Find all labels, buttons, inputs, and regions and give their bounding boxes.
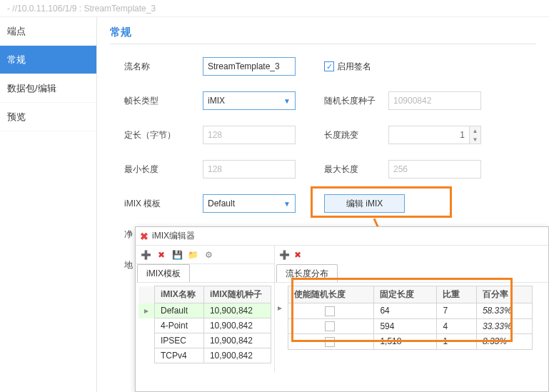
highlight-length-table bbox=[291, 278, 513, 342]
gear-icon[interactable]: ⚙ bbox=[203, 249, 214, 261]
popup-title: iMIX编辑器 bbox=[152, 230, 195, 242]
table-header-row: iMIX名称 iMIX随机种子 bbox=[138, 286, 271, 303]
imix-tpl-label: iMIX 模板 bbox=[124, 198, 203, 210]
spinner-down-icon[interactable]: ▼ bbox=[470, 135, 480, 144]
frame-type-label: 帧长类型 bbox=[124, 95, 203, 107]
stream-name-input[interactable] bbox=[203, 57, 296, 76]
min-len-label: 最小长度 bbox=[124, 164, 203, 176]
left-toolbar: ➕ ✖ 💾 📁 ⚙ bbox=[136, 246, 274, 264]
stream-name-label: 流名称 bbox=[124, 61, 203, 73]
row-indicator-icon: ▸ bbox=[138, 303, 155, 318]
min-len-input[interactable] bbox=[203, 160, 296, 179]
sidebar-item-general[interactable]: 常规 bbox=[0, 46, 96, 74]
table-row[interactable]: IPSEC 10,900,842 bbox=[138, 333, 271, 348]
right-toolbar: ➕ ✖ bbox=[275, 246, 548, 264]
spinner-up-icon[interactable]: ▲ bbox=[470, 126, 480, 135]
random-seed-label: 随机长度种子 bbox=[324, 95, 388, 107]
enable-sign-checkbox[interactable]: ✓ 启用签名 bbox=[324, 61, 371, 73]
delete-icon[interactable]: ✖ bbox=[156, 249, 167, 261]
random-seed-input[interactable] bbox=[388, 91, 481, 110]
left-tabs: iMIX模板 bbox=[136, 264, 274, 283]
sidebar-item-packet-edit[interactable]: 数据包/编辑 bbox=[0, 74, 96, 103]
section-title: 常规 bbox=[110, 26, 536, 44]
frame-type-select[interactable]: iMIX ▼ bbox=[203, 91, 296, 110]
max-len-input[interactable] bbox=[388, 160, 481, 179]
table-row[interactable]: 4-Point 10,900,842 bbox=[138, 318, 271, 333]
len-jump-spinner[interactable]: 1 ▲ ▼ bbox=[388, 126, 481, 144]
table-row[interactable]: TCPv4 10,900,842 bbox=[138, 348, 271, 363]
frame-type-value: iMIX bbox=[208, 96, 225, 106]
col-imix-seed: iMIX随机种子 bbox=[203, 286, 271, 303]
add-icon[interactable]: ➕ bbox=[279, 250, 290, 260]
fixed-len-input[interactable] bbox=[203, 126, 296, 144]
folder-icon[interactable]: 📁 bbox=[187, 249, 198, 261]
popup-left-panel: ➕ ✖ 💾 📁 ⚙ iMIX模板 iMIX名称 iMIX随机种子 ▸ Defau… bbox=[136, 246, 275, 373]
imix-template-table: iMIX名称 iMIX随机种子 ▸ Default 10,900,842 4-P… bbox=[138, 286, 271, 363]
col-imix-name: iMIX名称 bbox=[155, 286, 204, 303]
delete-icon[interactable]: ✖ bbox=[294, 250, 301, 260]
sidebar-item-preview[interactable]: 预览 bbox=[0, 103, 96, 131]
enable-sign-label: 启用签名 bbox=[337, 61, 371, 73]
row-indicator-icon: ▸ bbox=[275, 283, 285, 353]
imix-tpl-value: Default bbox=[208, 198, 235, 208]
row-frame-type: 帧长类型 iMIX ▼ 随机长度种子 bbox=[110, 91, 536, 110]
add-icon[interactable]: ➕ bbox=[140, 249, 151, 261]
popup-title-bar[interactable]: ✖ iMIX编辑器 bbox=[136, 227, 548, 246]
chevron-down-icon: ▼ bbox=[283, 97, 291, 105]
table-row[interactable]: ▸ Default 10,900,842 bbox=[138, 303, 271, 318]
max-len-label: 最大长度 bbox=[324, 164, 388, 176]
len-jump-value: 1 bbox=[389, 126, 469, 144]
highlight-edit-button bbox=[311, 186, 452, 218]
sidebar-item-endpoint[interactable]: 端点 bbox=[0, 17, 96, 46]
row-fixed-len: 定长（字节） 长度跳变 1 ▲ ▼ bbox=[110, 126, 536, 144]
window-title: - //10.0.11.106/1/9 : StreamTemplate_3 bbox=[0, 0, 549, 17]
save-icon[interactable]: 💾 bbox=[171, 249, 183, 261]
tab-imix-template[interactable]: iMIX模板 bbox=[137, 264, 190, 282]
app-x-icon: ✖ bbox=[140, 231, 148, 242]
check-icon: ✓ bbox=[324, 61, 334, 71]
imix-tpl-select[interactable]: Default ▼ bbox=[203, 194, 296, 213]
fixed-len-label: 定长（字节） bbox=[124, 129, 203, 141]
sidebar: 端点 常规 数据包/编辑 预览 bbox=[0, 17, 97, 392]
len-jump-label: 长度跳变 bbox=[324, 129, 388, 141]
row-min-max: 最小长度 最大长度 bbox=[110, 160, 536, 179]
row-stream-name: 流名称 ✓ 启用签名 bbox=[110, 57, 536, 76]
chevron-down-icon: ▼ bbox=[283, 200, 291, 208]
